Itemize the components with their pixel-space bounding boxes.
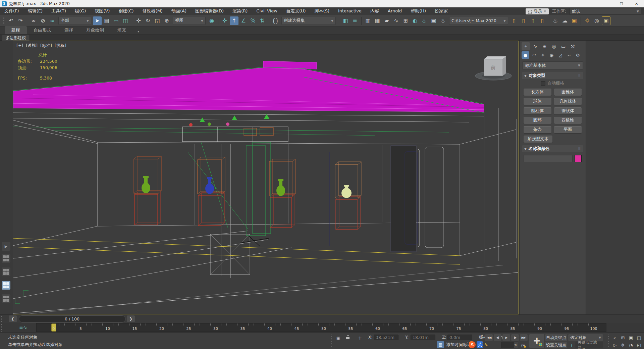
toggle-ribbon-icon[interactable]: ▰ [382, 16, 391, 25]
set-key-button[interactable]: 设置关键点 [545, 342, 567, 348]
select-and-move-icon[interactable]: ✛ [134, 16, 143, 25]
render-setup-icon[interactable]: ♨ [420, 16, 429, 25]
window-crossing-icon[interactable]: ◫ [121, 16, 130, 25]
percent-snap-icon[interactable]: % [249, 16, 257, 25]
select-and-manipulate-icon[interactable]: ✜ [220, 16, 229, 25]
viewport-menu-shading[interactable]: [线框] [55, 43, 66, 49]
button-5[interactable]: 管状体 [554, 107, 582, 114]
set-keys-button[interactable]: ✚ [529, 334, 544, 348]
select-object-icon[interactable]: ➤ [93, 16, 102, 25]
rendered-frame-window-icon[interactable]: ▣ [429, 16, 438, 25]
menu-item-7[interactable]: 动画(A) [167, 7, 191, 15]
motion-tab[interactable]: ◎ [550, 42, 558, 50]
spinner-arrows-icon[interactable]: ⇅ [514, 342, 518, 348]
hierarchy-tab[interactable]: ⊞ [540, 42, 549, 50]
display-tab[interactable]: ▭ [559, 42, 568, 50]
tab-polygon-modeling[interactable]: 多边形建模 [2, 35, 30, 41]
select-and-scale-icon[interactable]: ◱ [153, 16, 162, 25]
maximize-viewport-icon[interactable]: ◰ [635, 342, 643, 348]
spinner-snap-icon[interactable]: ⇅ [258, 16, 267, 25]
ribbon-tab-0[interactable]: 建模 [5, 26, 27, 34]
menu-item-6[interactable]: 修改器(M) [138, 7, 167, 15]
add-time-tag-label[interactable]: 添加时间标记 [446, 342, 471, 348]
menu-item-13[interactable]: Interactive [334, 7, 366, 15]
cameras-category[interactable]: ◉ [548, 51, 555, 59]
scene-explorer-link-icon[interactable]: ▯ [538, 16, 547, 25]
bind-to-space-warp-icon[interactable]: ≈ [48, 16, 57, 25]
autogrid-checkbox[interactable] [541, 81, 545, 86]
object-category-dropdown[interactable]: 标准基本体 ▼ [522, 61, 583, 69]
expand-tray-button[interactable]: ▶ [2, 242, 10, 251]
orbit-icon[interactable]: ◔ [627, 342, 635, 348]
toolbar-grip[interactable] [3, 17, 4, 25]
teapot-frame-icon[interactable]: ▣ [602, 16, 610, 25]
button-7[interactable]: 四棱锥 [554, 117, 582, 124]
redo-icon[interactable]: ↷ [16, 16, 25, 25]
helpers-category[interactable]: ◿ [556, 51, 564, 59]
absolute-mode-icon[interactable]: ✛ [356, 335, 364, 341]
mirror-icon[interactable]: ◧ [341, 16, 350, 25]
angle-snap-icon[interactable]: ∠ [239, 16, 248, 25]
zoom-icon[interactable]: ⌕ [611, 334, 619, 341]
scene-explorer-new-icon[interactable]: ▯ [510, 16, 519, 25]
workspace-dropdown[interactable]: 默认 ▼ [570, 8, 641, 15]
menu-item-1[interactable]: 编辑(E) [23, 7, 47, 15]
menu-item-3[interactable]: 组(G) [70, 7, 90, 15]
menu-item-11[interactable]: 自定义(U) [282, 7, 310, 15]
rectangular-selection-region-icon[interactable]: ▭ [112, 16, 120, 25]
menu-item-12[interactable]: 脚本(S) [310, 7, 334, 15]
current-frame-spinner[interactable]: ⇅ [501, 342, 518, 348]
previous-frame-button[interactable]: ❮ [9, 315, 17, 322]
menu-item-9[interactable]: 渲染(R) [228, 7, 252, 15]
key-filters-button[interactable]: 关键点过滤器... [576, 342, 603, 348]
ribbon-overflow-icon[interactable]: ▾ [136, 29, 141, 34]
button-9[interactable]: 平面 [554, 126, 582, 133]
time-configuration-icon[interactable]: ◷ [519, 342, 527, 348]
play-icon[interactable]: ▶ [502, 334, 510, 341]
key-filters-icon[interactable]: ≀ [568, 342, 575, 348]
button-0[interactable]: 长方体 [524, 89, 551, 96]
render-gpu-icon[interactable]: ♨ [551, 16, 560, 25]
zoom-extents-all-icon[interactable]: ◱ [635, 334, 643, 341]
time-tag-cube-icon[interactable]: ▦ [437, 341, 444, 348]
button-8[interactable]: 茶壶 [524, 126, 551, 133]
menu-item-0[interactable]: 文件(F) [0, 7, 23, 15]
reference-coordsys-dropdown[interactable]: 视图▼ [173, 17, 206, 25]
next-frame-button[interactable]: ❯ [127, 315, 135, 322]
select-and-place-icon[interactable]: ⊕ [162, 16, 171, 25]
lighting-analysis-icon[interactable]: ☼ [583, 16, 592, 25]
shapes-category[interactable]: ◠ [530, 51, 538, 59]
scene-explorer-save-icon[interactable]: ▯ [529, 16, 537, 25]
named-selection-sets-dropdown[interactable]: 创建选择集▼ [281, 17, 336, 25]
field-of-view-icon[interactable]: ▷ [611, 342, 619, 348]
perspective-viewport[interactable]: 前 [+] [透视] [标准] [线框] 总计 多边形:234,560 顶点:1… [13, 41, 519, 314]
a360-cloud-render-icon[interactable]: ☁ [560, 16, 569, 25]
zoom-all-icon[interactable]: ⊞ [619, 334, 627, 341]
object-name-input[interactable] [524, 155, 573, 162]
y-coordinate-field[interactable]: 18.01m [411, 335, 435, 340]
scene-explorer-open-icon[interactable]: ▯ [519, 16, 528, 25]
time-ruler[interactable]: 0510152025303540455055606570758085909510… [0, 323, 608, 332]
lights-category[interactable]: ☼ [539, 51, 547, 59]
viewport-menu-pov[interactable]: [透视] [26, 43, 38, 49]
video-preview-icon[interactable]: ◎ [592, 16, 601, 25]
selection-lock-icon[interactable] [344, 334, 352, 341]
close-button[interactable]: ✕ [629, 0, 644, 7]
menu-item-8[interactable]: 图形编辑器(D) [191, 7, 228, 15]
ribbon-tab-1[interactable]: 自由形式 [27, 26, 58, 34]
viewport-layout-tab-3[interactable] [2, 294, 10, 303]
go-to-end-icon[interactable]: ▶▶| [520, 334, 528, 341]
menu-item-10[interactable]: Civil View [252, 7, 282, 15]
button-4[interactable]: 圆柱体 [524, 107, 551, 114]
maximize-button[interactable]: ☐ [614, 0, 629, 7]
render-production-icon[interactable]: ♨ [439, 16, 447, 25]
x-coordinate-field[interactable]: 38.521m [374, 335, 398, 340]
viewport-menu-standard[interactable]: [标准] [40, 43, 52, 49]
zoom-extents-icon[interactable]: ▣ [627, 334, 635, 341]
align-icon[interactable]: ≡ [351, 16, 359, 25]
object-color-swatch[interactable] [575, 155, 582, 162]
ime-skin-icon[interactable]: ✎ [484, 342, 488, 347]
frame-counter[interactable]: 0 / 100 [19, 315, 125, 322]
sogou-ime-icon[interactable]: S [469, 341, 476, 348]
ribbon-tab-2[interactable]: 选择 [58, 26, 80, 34]
